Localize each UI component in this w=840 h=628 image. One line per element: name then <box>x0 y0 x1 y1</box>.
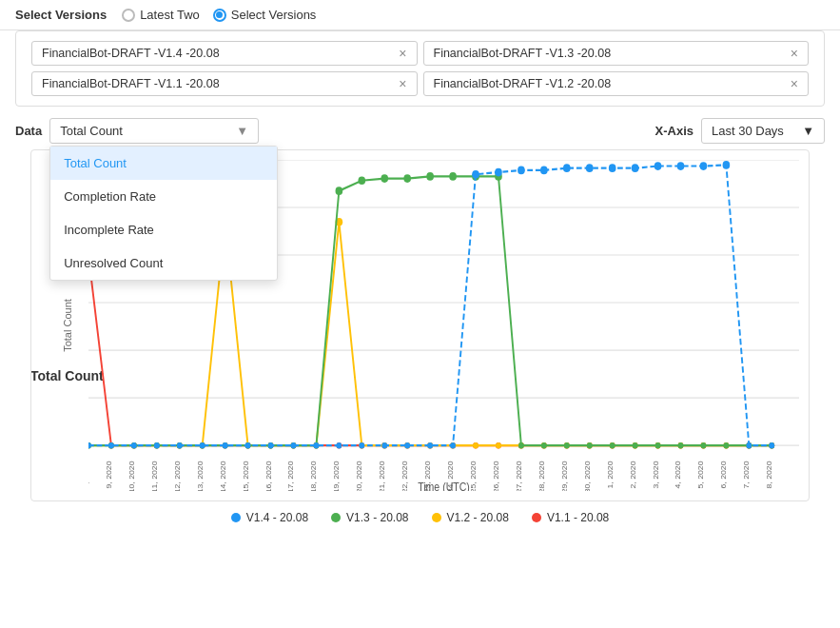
svg-text:July 6, 2020: July 6, 2020 <box>720 461 728 491</box>
svg-point-132 <box>633 442 638 449</box>
svg-point-146 <box>632 164 639 172</box>
data-dropdown-arrow: ▼ <box>236 124 248 138</box>
svg-text:June 21, 2020: June 21, 2020 <box>379 461 386 491</box>
dropdown-item-unresolved-count[interactable]: Unresolved Count <box>50 246 277 280</box>
svg-text:June 10, 2020: June 10, 2020 <box>127 461 135 491</box>
legend-dot-v13 <box>331 513 341 522</box>
xaxis-arrow-icon: ▼ <box>802 124 814 138</box>
legend-label-v12: V1.2 - 20.08 <box>447 511 509 524</box>
svg-point-167 <box>450 442 456 449</box>
svg-point-153 <box>131 442 137 449</box>
select-versions-label2: Select Versions <box>231 8 317 22</box>
svg-text:July 8, 2020: July 8, 2020 <box>766 461 773 491</box>
version-tag-v13-close[interactable]: × <box>791 47 798 60</box>
svg-point-158 <box>245 442 251 449</box>
top-bar: Select Versions Latest Two Select Versio… <box>0 0 840 30</box>
xaxis-label: X-Axis <box>655 124 693 138</box>
version-tag-v14-label: FinancialBot-DRAFT -V1.4 -20.08 <box>42 47 220 60</box>
svg-point-164 <box>381 442 387 449</box>
version-tag-v13: FinancialBot-DRAFT -V1.3 -20.08 × <box>423 41 810 66</box>
latest-two-radio[interactable] <box>122 9 135 22</box>
version-tag-v12: FinancialBot-DRAFT -V1.2 -20.08 × <box>423 71 810 96</box>
svg-text:July 4, 2020: July 4, 2020 <box>674 461 682 491</box>
latest-two-label: Latest Two <box>140 8 200 22</box>
svg-text:July 3, 2020: July 3, 2020 <box>652 461 659 491</box>
svg-text:June 13, 2020: June 13, 2020 <box>196 461 204 491</box>
svg-point-139 <box>472 170 479 179</box>
svg-text:June 16, 2020: June 16, 2020 <box>264 461 272 491</box>
svg-text:June 29, 2020: June 29, 2020 <box>560 461 568 491</box>
svg-text:June 28, 2020: June 28, 2020 <box>537 461 545 491</box>
data-dropdown-menu: Total Count Completion Rate Incomplete R… <box>49 146 278 281</box>
version-tag-v11-close[interactable]: × <box>399 77 406 90</box>
legend-label-v11: V1.1 - 20.08 <box>547 511 609 524</box>
version-tag-v12-label: FinancialBot-DRAFT -V1.2 -20.08 <box>434 77 612 90</box>
svg-text:June 15, 2020: June 15, 2020 <box>242 461 249 491</box>
data-dropdown-button[interactable]: Total Count ▼ <box>49 118 259 144</box>
svg-point-141 <box>518 167 525 175</box>
legend-label-v14: V1.4 - 20.08 <box>246 511 308 524</box>
legend-v14: V1.4 - 20.08 <box>231 511 308 524</box>
data-label: Data <box>15 124 42 138</box>
svg-point-165 <box>404 442 410 449</box>
svg-point-113 <box>449 172 457 181</box>
svg-point-111 <box>403 174 411 183</box>
radio-group: Latest Two Select Versions <box>122 8 316 22</box>
legend-dot-v14 <box>231 513 241 522</box>
select-versions-option[interactable]: Select Versions <box>213 8 317 22</box>
svg-point-108 <box>336 186 343 195</box>
dropdown-item-incomplete-rate[interactable]: Incomplete Rate <box>50 213 277 246</box>
svg-point-131 <box>610 442 615 449</box>
svg-point-95 <box>496 442 501 449</box>
svg-text:June 12, 2020: June 12, 2020 <box>173 461 181 491</box>
svg-point-130 <box>587 442 593 449</box>
version-tag-v14: FinancialBot-DRAFT -V1.4 -20.08 × <box>31 41 418 66</box>
svg-point-160 <box>291 442 297 449</box>
svg-point-163 <box>359 442 364 449</box>
svg-point-166 <box>427 442 433 449</box>
svg-text:July 7, 2020: July 7, 2020 <box>743 461 751 491</box>
legend-v11: V1.1 - 20.08 <box>532 511 609 524</box>
svg-point-94 <box>473 442 479 449</box>
svg-point-109 <box>358 176 365 185</box>
svg-point-156 <box>200 442 205 449</box>
version-tag-v11: FinancialBot-DRAFT -V1.1 -20.08 × <box>31 71 418 96</box>
svg-text:June 17, 2020: June 17, 2020 <box>287 461 295 491</box>
latest-two-option[interactable]: Latest Two <box>122 8 200 22</box>
svg-point-135 <box>701 442 707 449</box>
svg-point-143 <box>563 164 571 172</box>
data-dropdown-wrapper: Total Count ▼ Total Count Completion Rat… <box>49 118 259 144</box>
xaxis-dropdown[interactable]: Last 30 Days ▼ <box>701 118 825 144</box>
svg-point-144 <box>586 164 594 172</box>
version-tag-v14-close[interactable]: × <box>399 47 406 60</box>
dropdown-item-total-count[interactable]: Total Count <box>50 147 277 180</box>
svg-point-154 <box>154 442 160 449</box>
svg-point-133 <box>655 442 661 449</box>
version-tag-v12-close[interactable]: × <box>791 77 798 90</box>
xaxis-group: X-Axis Last 30 Days ▼ <box>655 118 825 144</box>
svg-text:June 30, 2020: June 30, 2020 <box>583 461 591 491</box>
svg-point-157 <box>223 442 228 449</box>
svg-text:July 5, 2020: July 5, 2020 <box>697 461 705 491</box>
svg-point-148 <box>677 162 685 170</box>
versions-container: FinancialBot-DRAFT -V1.4 -20.08 × Financ… <box>15 30 825 107</box>
dropdown-item-completion-rate[interactable]: Completion Rate <box>50 180 277 213</box>
svg-point-112 <box>426 172 434 181</box>
svg-text:July 1, 2020: July 1, 2020 <box>606 461 614 491</box>
svg-text:June 19, 2020: June 19, 2020 <box>333 461 341 491</box>
legend-v13: V1.3 - 20.08 <box>331 511 408 524</box>
legend-dot-v11 <box>532 513 541 522</box>
version-tag-v13-label: FinancialBot-DRAFT -V1.3 -20.08 <box>434 47 612 60</box>
select-versions-radio[interactable] <box>213 9 226 22</box>
legend-v12: V1.2 - 20.08 <box>432 511 509 524</box>
svg-point-162 <box>336 442 342 449</box>
select-versions-label: Select Versions <box>15 8 107 22</box>
svg-text:Time (UTC): Time (UTC) <box>418 481 470 491</box>
svg-text:June 18, 2020: June 18, 2020 <box>310 461 318 491</box>
svg-point-151 <box>88 442 91 449</box>
svg-point-129 <box>564 442 570 449</box>
svg-point-152 <box>108 442 114 449</box>
svg-text:June 25, 2020: June 25, 2020 <box>469 461 477 491</box>
svg-text:June 26, 2020: June 26, 2020 <box>492 461 499 491</box>
legend-label-v13: V1.3 - 20.08 <box>346 511 408 524</box>
